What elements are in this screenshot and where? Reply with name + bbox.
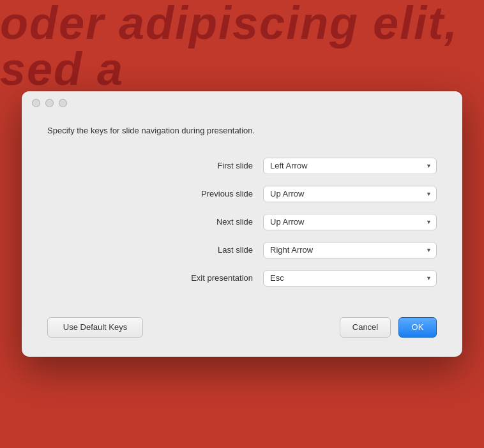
right-buttons: Cancel OK [340,317,437,338]
select-next-slide[interactable]: Left Arrow Right Arrow Up Arrow Down Arr… [263,214,437,230]
ok-button[interactable]: OK [398,317,437,338]
form-row-first-slide: First slide Left Arrow Right Arrow Up Ar… [47,158,437,174]
select-wrapper-exit-presentation: Left Arrow Right Arrow Up Arrow Down Arr… [263,270,437,287]
dialog-content: Specify the keys for slide navigation du… [22,112,462,356]
label-first-slide: First slide [163,161,253,170]
select-previous-slide[interactable]: Left Arrow Right Arrow Up Arrow Down Arr… [263,186,437,202]
form-rows: First slide Left Arrow Right Arrow Up Ar… [47,158,437,287]
form-row-next-slide: Next slide Left Arrow Right Arrow Up Arr… [47,214,437,230]
dialog-window: Specify the keys for slide navigation du… [22,91,462,356]
maximize-button[interactable] [59,99,67,107]
select-wrapper-previous-slide: Left Arrow Right Arrow Up Arrow Down Arr… [263,186,437,202]
form-row-previous-slide: Previous slide Left Arrow Right Arrow Up… [47,186,437,202]
select-wrapper-last-slide: Left Arrow Right Arrow Up Arrow Down Arr… [263,242,437,258]
label-exit-presentation: Exit presentation [163,273,253,283]
close-button[interactable] [32,99,40,107]
description-text: Specify the keys for slide navigation du… [47,125,437,137]
select-wrapper-next-slide: Left Arrow Right Arrow Up Arrow Down Arr… [263,214,437,230]
form-row-last-slide: Last slide Left Arrow Right Arrow Up Arr… [47,242,437,258]
dialog-overlay: Specify the keys for slide navigation du… [0,0,484,448]
select-last-slide[interactable]: Left Arrow Right Arrow Up Arrow Down Arr… [263,242,437,258]
label-next-slide: Next slide [163,217,253,227]
minimize-button[interactable] [45,99,54,107]
select-first-slide[interactable]: Left Arrow Right Arrow Up Arrow Down Arr… [263,158,437,174]
title-bar [22,91,462,112]
select-wrapper-first-slide: Left Arrow Right Arrow Up Arrow Down Arr… [263,158,437,174]
window-controls [32,99,67,107]
cancel-button[interactable]: Cancel [340,317,391,338]
select-exit-presentation[interactable]: Left Arrow Right Arrow Up Arrow Down Arr… [263,270,437,287]
button-row: Use Default Keys Cancel OK [47,312,437,338]
form-row-exit-presentation: Exit presentation Left Arrow Right Arrow… [47,270,437,287]
label-last-slide: Last slide [163,245,253,255]
label-previous-slide: Previous slide [163,189,253,198]
use-default-keys-button[interactable]: Use Default Keys [47,317,143,338]
